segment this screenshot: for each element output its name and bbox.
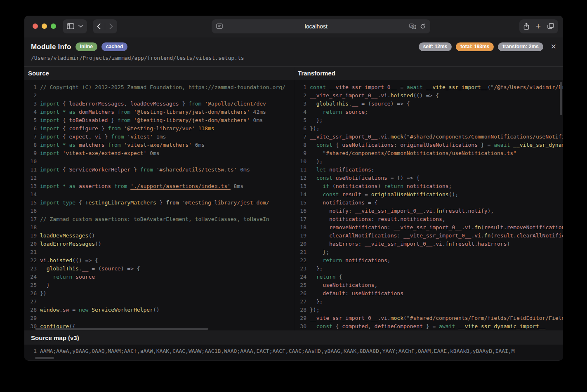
- vertical-scrollbar[interactable]: [560, 82, 562, 115]
- sourcemap-horizontal-scrollbar[interactable]: [35, 357, 54, 359]
- source-panel: Source 1// Copyright (C) 2012-2025 Zamma…: [24, 67, 294, 331]
- line-number: 26: [24, 290, 40, 298]
- code-line: 17// Zammad custom assertions: toBeAvata…: [24, 216, 294, 224]
- code-token: [310, 200, 323, 206]
- code-token: :: [345, 290, 352, 296]
- code-token: notifications: [336, 183, 378, 189]
- page-title: Module Info: [31, 43, 71, 51]
- line-number: 15: [24, 200, 40, 208]
- code-line: 6});: [294, 125, 563, 134]
- url-bar[interactable]: localhost あ A: [212, 19, 430, 33]
- code-token: }: [40, 282, 50, 288]
- tabs-overview-button[interactable]: [547, 23, 554, 29]
- code-token: from: [140, 167, 153, 173]
- code-token: :: [349, 208, 355, 214]
- code-token: };: [310, 249, 329, 255]
- code-token: 'vitest': [124, 134, 153, 140]
- code-line: 16: [24, 208, 294, 216]
- source-code: 1// Copyright (C) 2012-2025 Zammad Found…: [24, 80, 294, 331]
- line-number: 26: [294, 290, 310, 298]
- line-number: 18: [24, 224, 40, 232]
- code-token: let: [316, 167, 326, 173]
- line-number: 13: [294, 183, 310, 191]
- code-token: from: [114, 109, 130, 115]
- translate-icon[interactable]: あ A: [409, 23, 416, 29]
- zoom-window-button[interactable]: [51, 23, 56, 29]
- code-token: source: [342, 109, 365, 115]
- code-token: removeNotification: [507, 224, 563, 230]
- code-token: loadErrorMessages: [69, 101, 124, 107]
- minimize-window-button[interactable]: [42, 23, 47, 29]
- code-token: "#shared/components/CommonNotifications/…: [323, 150, 516, 156]
- module-file-link[interactable]: './support/assertions/index.ts': [130, 183, 231, 189]
- code-token: originalUseNotifications: [400, 142, 478, 148]
- code-token: clearAllNotifications: [329, 232, 397, 239]
- code-line: 1// Copyright (C) 2012-2025 Zammad Found…: [24, 84, 294, 92]
- code-token: ) => {: [121, 265, 140, 272]
- code-token: ;: [449, 183, 452, 189]
- code-token: computed: [342, 323, 368, 329]
- code-token: result: [446, 208, 465, 214]
- code-token: = (: [88, 265, 101, 272]
- code-token: {: [332, 323, 342, 329]
- line-number: 10: [294, 158, 310, 167]
- code-token: {: [75, 200, 85, 206]
- code-token: from: [111, 183, 130, 189]
- code-token: 0ms: [146, 150, 159, 156]
- code-token: hasErrors: [478, 241, 507, 247]
- code-token: if: [323, 183, 329, 189]
- code-token: vi: [95, 134, 101, 140]
- code-token: }: [101, 134, 111, 140]
- source-horizontal-scrollbar[interactable]: [35, 328, 208, 330]
- line-number: 4: [24, 109, 40, 117]
- code-line: 19loadDevMessages(): [24, 232, 294, 241]
- code-token: .: [442, 241, 446, 247]
- sidebar-toggle-button[interactable]: [67, 23, 74, 29]
- code-line: 20loadErrorMessages(): [24, 241, 294, 249]
- close-window-button[interactable]: [33, 23, 38, 29]
- chevron-right-icon: [109, 23, 113, 29]
- code-token: import * as: [40, 109, 75, 115]
- code-token: (: [403, 315, 407, 321]
- url-text[interactable]: localhost: [223, 23, 409, 30]
- line-number: 3: [24, 101, 40, 109]
- sidebar-menu-button[interactable]: [78, 25, 83, 28]
- forward-button[interactable]: [109, 23, 113, 29]
- code-line: 27: [24, 298, 294, 307]
- line-number: 16: [294, 208, 310, 216]
- code-token: domMatchers: [75, 109, 114, 115]
- code-line: 28window.sw = new ServiceWorkerHelper(): [24, 307, 294, 315]
- code-token: await: [407, 84, 423, 90]
- sourcemap-mappings: AAMA;AAeA,yBAAG,QAAQ,MAAM;AACf,aAAW,KAAK…: [40, 348, 515, 360]
- code-token: from: [118, 117, 130, 123]
- transformed-panel-title: Transformed: [294, 67, 563, 80]
- code-token: window: [40, 307, 59, 313]
- code-token: import: [40, 167, 59, 173]
- code-token: 'vitest-axe/matchers': [121, 142, 192, 148]
- code-token: '@testing-library/jest-dom/: [179, 200, 269, 206]
- code-token: fn: [436, 208, 442, 214]
- page-format-icon[interactable]: [216, 23, 223, 29]
- code-token: ();: [449, 191, 458, 197]
- line-number: 19: [294, 232, 310, 241]
- code-token: (): [95, 241, 101, 247]
- code-token: .: [349, 101, 352, 107]
- code-token: [310, 290, 323, 296]
- close-button[interactable]: ✕: [551, 43, 556, 50]
- code-token: from: [111, 134, 124, 140]
- new-tab-button[interactable]: +: [536, 22, 541, 31]
- code-token: return: [384, 183, 403, 189]
- code-token: removeNotification: [329, 224, 387, 230]
- line-number: 28: [294, 307, 310, 315]
- code-line: 24 return {: [294, 274, 563, 282]
- reload-button[interactable]: [420, 23, 426, 29]
- sourcemap-section: Source map (v3) 1 AAMA;AAeA,yBAAG,QAAQ,M…: [24, 331, 563, 360]
- code-token: .: [79, 265, 82, 272]
- back-button[interactable]: [97, 23, 101, 29]
- code-token: __: [82, 265, 89, 272]
- share-button[interactable]: [523, 23, 529, 30]
- line-number: 22: [294, 257, 310, 265]
- line-number: 28: [24, 307, 40, 315]
- code-line: 26 default: useNotifications: [294, 290, 563, 298]
- code-token: import: [40, 134, 59, 140]
